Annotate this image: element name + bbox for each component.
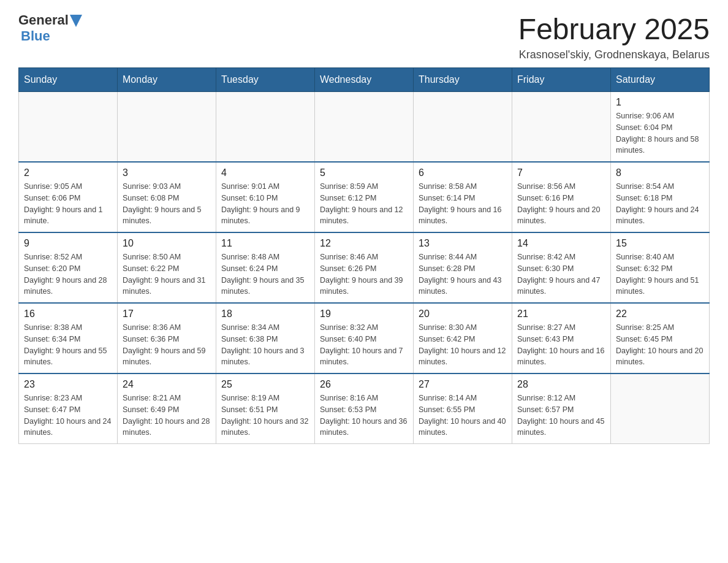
- calendar-day-cell: 27Sunrise: 8:14 AM Sunset: 6:55 PM Dayli…: [414, 373, 512, 444]
- calendar-day-cell: 13Sunrise: 8:44 AM Sunset: 6:28 PM Dayli…: [414, 232, 512, 303]
- day-info: Sunrise: 8:36 AM Sunset: 6:36 PM Dayligh…: [123, 322, 211, 368]
- calendar-day-cell: [19, 92, 118, 163]
- calendar-day-cell: 12Sunrise: 8:46 AM Sunset: 6:26 PM Dayli…: [315, 232, 414, 303]
- calendar-day-cell: 23Sunrise: 8:23 AM Sunset: 6:47 PM Dayli…: [19, 373, 118, 444]
- day-number: 1: [616, 97, 704, 108]
- calendar-day-cell: 14Sunrise: 8:42 AM Sunset: 6:30 PM Dayli…: [512, 232, 611, 303]
- day-number: 17: [123, 308, 211, 320]
- calendar-day-cell: 5Sunrise: 8:59 AM Sunset: 6:12 PM Daylig…: [315, 162, 414, 232]
- day-number: 10: [123, 238, 211, 249]
- calendar-week-row: 1Sunrise: 9:06 AM Sunset: 6:04 PM Daylig…: [19, 92, 710, 163]
- day-number: 14: [517, 238, 605, 249]
- calendar-day-cell: 3Sunrise: 9:03 AM Sunset: 6:08 PM Daylig…: [118, 162, 216, 232]
- day-info: Sunrise: 8:54 AM Sunset: 6:18 PM Dayligh…: [616, 181, 704, 227]
- calendar-week-row: 16Sunrise: 8:38 AM Sunset: 6:34 PM Dayli…: [19, 303, 710, 373]
- day-number: 5: [320, 167, 408, 178]
- calendar-day-cell: 1Sunrise: 9:06 AM Sunset: 6:04 PM Daylig…: [611, 92, 710, 163]
- logo-blue-text: Blue: [21, 28, 50, 44]
- calendar-day-cell: [414, 92, 512, 163]
- logo: General Blue: [18, 12, 82, 44]
- calendar-week-row: 2Sunrise: 9:05 AM Sunset: 6:06 PM Daylig…: [19, 162, 710, 232]
- day-info: Sunrise: 9:01 AM Sunset: 6:10 PM Dayligh…: [221, 181, 309, 227]
- day-info: Sunrise: 8:56 AM Sunset: 6:16 PM Dayligh…: [517, 181, 605, 227]
- calendar-day-cell: 25Sunrise: 8:19 AM Sunset: 6:51 PM Dayli…: [216, 373, 315, 444]
- day-number: 12: [320, 238, 408, 249]
- calendar-day-cell: 28Sunrise: 8:12 AM Sunset: 6:57 PM Dayli…: [512, 373, 611, 444]
- day-info: Sunrise: 8:32 AM Sunset: 6:40 PM Dayligh…: [320, 322, 408, 368]
- day-number: 25: [221, 379, 309, 390]
- calendar-day-cell: 4Sunrise: 9:01 AM Sunset: 6:10 PM Daylig…: [216, 162, 315, 232]
- calendar-day-cell: 11Sunrise: 8:48 AM Sunset: 6:24 PM Dayli…: [216, 232, 315, 303]
- day-info: Sunrise: 9:06 AM Sunset: 6:04 PM Dayligh…: [616, 110, 704, 156]
- calendar-day-cell: 9Sunrise: 8:52 AM Sunset: 6:20 PM Daylig…: [19, 232, 118, 303]
- day-number: 7: [517, 167, 605, 178]
- svg-marker-0: [70, 15, 82, 27]
- day-info: Sunrise: 8:42 AM Sunset: 6:30 PM Dayligh…: [517, 251, 605, 297]
- calendar-header-sunday: Sunday: [19, 68, 118, 92]
- day-info: Sunrise: 8:16 AM Sunset: 6:53 PM Dayligh…: [320, 393, 408, 439]
- day-number: 15: [616, 238, 704, 249]
- calendar-header-friday: Friday: [512, 68, 611, 92]
- day-info: Sunrise: 8:59 AM Sunset: 6:12 PM Dayligh…: [320, 181, 408, 227]
- page-header: General Blue February 2025 Krasnosel'ski…: [18, 12, 710, 61]
- calendar-day-cell: 10Sunrise: 8:50 AM Sunset: 6:22 PM Dayli…: [118, 232, 216, 303]
- day-number: 2: [24, 167, 112, 178]
- day-info: Sunrise: 9:05 AM Sunset: 6:06 PM Dayligh…: [24, 181, 112, 227]
- day-info: Sunrise: 8:12 AM Sunset: 6:57 PM Dayligh…: [517, 393, 605, 439]
- calendar-day-cell: [611, 373, 710, 444]
- day-number: 27: [419, 379, 507, 390]
- day-info: Sunrise: 8:40 AM Sunset: 6:32 PM Dayligh…: [616, 251, 704, 297]
- calendar-week-row: 9Sunrise: 8:52 AM Sunset: 6:20 PM Daylig…: [19, 232, 710, 303]
- day-number: 16: [24, 308, 112, 320]
- day-number: 24: [123, 379, 211, 390]
- day-info: Sunrise: 8:30 AM Sunset: 6:42 PM Dayligh…: [419, 322, 507, 368]
- day-info: Sunrise: 8:38 AM Sunset: 6:34 PM Dayligh…: [24, 322, 112, 368]
- calendar-day-cell: 15Sunrise: 8:40 AM Sunset: 6:32 PM Dayli…: [611, 232, 710, 303]
- calendar-day-cell: 17Sunrise: 8:36 AM Sunset: 6:36 PM Dayli…: [118, 303, 216, 373]
- calendar-day-cell: 16Sunrise: 8:38 AM Sunset: 6:34 PM Dayli…: [19, 303, 118, 373]
- title-section: February 2025 Krasnosel'skiy, Grodnenska…: [518, 12, 710, 61]
- calendar-header-tuesday: Tuesday: [216, 68, 315, 92]
- calendar-header-monday: Monday: [118, 68, 216, 92]
- day-number: 19: [320, 308, 408, 320]
- day-number: 3: [123, 167, 211, 178]
- calendar-header-row: SundayMondayTuesdayWednesdayThursdayFrid…: [19, 68, 710, 92]
- day-info: Sunrise: 9:03 AM Sunset: 6:08 PM Dayligh…: [123, 181, 211, 227]
- day-number: 6: [419, 167, 507, 178]
- day-info: Sunrise: 8:14 AM Sunset: 6:55 PM Dayligh…: [419, 393, 507, 439]
- calendar-day-cell: 6Sunrise: 8:58 AM Sunset: 6:14 PM Daylig…: [414, 162, 512, 232]
- day-info: Sunrise: 8:34 AM Sunset: 6:38 PM Dayligh…: [221, 322, 309, 368]
- day-info: Sunrise: 8:25 AM Sunset: 6:45 PM Dayligh…: [616, 322, 704, 368]
- day-info: Sunrise: 8:50 AM Sunset: 6:22 PM Dayligh…: [123, 251, 211, 297]
- calendar-table: SundayMondayTuesdayWednesdayThursdayFrid…: [18, 67, 710, 444]
- calendar-week-row: 23Sunrise: 8:23 AM Sunset: 6:47 PM Dayli…: [19, 373, 710, 444]
- day-number: 13: [419, 238, 507, 249]
- calendar-day-cell: 2Sunrise: 9:05 AM Sunset: 6:06 PM Daylig…: [19, 162, 118, 232]
- calendar-header-saturday: Saturday: [611, 68, 710, 92]
- day-info: Sunrise: 8:58 AM Sunset: 6:14 PM Dayligh…: [419, 181, 507, 227]
- day-number: 9: [24, 238, 112, 249]
- calendar-day-cell: 22Sunrise: 8:25 AM Sunset: 6:45 PM Dayli…: [611, 303, 710, 373]
- day-info: Sunrise: 8:23 AM Sunset: 6:47 PM Dayligh…: [24, 393, 112, 439]
- day-info: Sunrise: 8:21 AM Sunset: 6:49 PM Dayligh…: [123, 393, 211, 439]
- calendar-header-thursday: Thursday: [414, 68, 512, 92]
- calendar-day-cell: [512, 92, 611, 163]
- day-info: Sunrise: 8:27 AM Sunset: 6:43 PM Dayligh…: [517, 322, 605, 368]
- logo-general-text: General: [18, 12, 69, 28]
- day-number: 18: [221, 308, 309, 320]
- day-number: 20: [419, 308, 507, 320]
- calendar-header-wednesday: Wednesday: [315, 68, 414, 92]
- day-number: 28: [517, 379, 605, 390]
- calendar-day-cell: 19Sunrise: 8:32 AM Sunset: 6:40 PM Dayli…: [315, 303, 414, 373]
- calendar-day-cell: 7Sunrise: 8:56 AM Sunset: 6:16 PM Daylig…: [512, 162, 611, 232]
- calendar-day-cell: 8Sunrise: 8:54 AM Sunset: 6:18 PM Daylig…: [611, 162, 710, 232]
- calendar-day-cell: [315, 92, 414, 163]
- day-number: 8: [616, 167, 704, 178]
- month-title: February 2025: [518, 12, 710, 46]
- logo-triangle-icon: [70, 15, 82, 27]
- day-number: 11: [221, 238, 309, 249]
- calendar-day-cell: 26Sunrise: 8:16 AM Sunset: 6:53 PM Dayli…: [315, 373, 414, 444]
- calendar-day-cell: 18Sunrise: 8:34 AM Sunset: 6:38 PM Dayli…: [216, 303, 315, 373]
- day-info: Sunrise: 8:52 AM Sunset: 6:20 PM Dayligh…: [24, 251, 112, 297]
- calendar-day-cell: 20Sunrise: 8:30 AM Sunset: 6:42 PM Dayli…: [414, 303, 512, 373]
